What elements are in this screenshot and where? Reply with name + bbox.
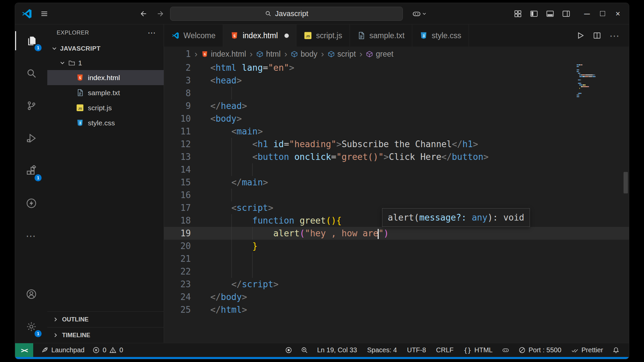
breadcrumb-html[interactable]: html [256,50,280,59]
activity-source-control[interactable] [15,89,47,122]
code-line-12[interactable]: 12 <h1 id="heading">Subscribe the Channe… [164,138,629,150]
activity-account[interactable] [15,278,47,310]
code-editor[interactable]: 2<html lang="en">3<head>89</head>10<body… [164,61,629,343]
code-line-15[interactable]: 15 </main> [164,176,629,189]
code-line-16[interactable]: 16 [164,189,629,201]
formatter-status[interactable]: Prettier [571,346,604,354]
explorer-actions-icon[interactable]: ⋯ [148,28,156,38]
title-bar: Javascript ─ × [15,3,629,24]
live-server-port[interactable]: Port : 5500 [518,346,562,354]
remote-indicator[interactable]: >< [15,343,33,357]
indentation-selector[interactable]: Spaces: 4 [366,346,397,354]
code-line-25[interactable]: 25</html> [164,303,629,316]
window-bottom-accent [15,357,629,359]
vscode-logo-icon [21,8,33,19]
tab-index.html[interactable]: 5index.html [223,24,297,47]
breadcrumb-index.html[interactable]: 5index.html [201,50,246,59]
zoom-in-icon[interactable] [301,347,308,354]
breadcrumb-script[interactable]: script [328,50,356,59]
folder-row[interactable]: 1 [47,56,164,70]
parameter-hint: alert(message?: any): void [382,208,530,227]
tab-bar: Welcome5index.htmlJSscript.jssample.txt3… [164,24,629,47]
code-line-8[interactable]: 8 [164,87,629,100]
error-icon [93,347,100,354]
bell-icon[interactable] [612,347,620,354]
tab-label: sample.txt [369,31,405,40]
more-actions-icon[interactable]: ⋯ [609,30,620,42]
editor-scrollbar[interactable] [623,61,629,343]
menu-icon[interactable] [40,9,49,18]
breadcrumb-label: body [301,50,317,59]
breadcrumb-body[interactable]: body [291,50,317,59]
activity-run-debug[interactable] [15,122,47,155]
tab-Welcome[interactable]: Welcome [164,24,223,47]
symbol-blue-icon [328,51,335,58]
timeline-section[interactable]: TIMELINE [47,327,164,343]
toggle-primary-sidebar-icon[interactable] [530,9,538,18]
customize-layout-icon[interactable] [514,9,522,18]
split-editor-icon[interactable] [593,31,601,40]
minimize-button[interactable]: ─ [579,6,595,21]
launchpad-button[interactable]: Launchpad [41,343,85,357]
activity-explorer[interactable]: 1 [15,24,47,57]
language-mode-selector[interactable]: {} HTML [463,346,493,354]
activity-thunder-client[interactable] [15,187,47,220]
file-list: 5index.htmlsample.txtJSscript.js3style.c… [47,70,164,130]
code-line-13[interactable]: 13 <button onclick="greet()">Click Here<… [164,150,629,163]
breadcrumb-separator: › [360,49,363,59]
activity-more[interactable]: ⋯ [15,220,47,252]
forward-icon[interactable] [156,9,165,18]
tab-style.css[interactable]: 3style.css [412,24,469,47]
code-line-23[interactable]: 23 </script> [164,278,629,291]
css-icon: 3 [76,119,84,127]
line-number: 2 [164,61,191,74]
minimap[interactable] [577,64,620,98]
back-icon[interactable] [139,9,148,18]
tab-sample.txt[interactable]: sample.txt [350,24,412,47]
breadcrumb-greet[interactable]: greet [366,50,393,59]
run-icon[interactable] [576,31,585,40]
code-line-2[interactable]: 2<html lang="en"> [164,61,629,74]
outline-section[interactable]: OUTLINE [47,311,164,327]
cursor-position[interactable]: Ln 19, Col 33 [317,346,358,354]
code-line-11[interactable]: 11 <main> [164,125,629,138]
file-index.html[interactable]: 5index.html [47,70,164,85]
code-line-22[interactable]: 22 [164,265,629,278]
code-line-21[interactable]: 21 [164,252,629,265]
toggle-panel-icon[interactable] [546,9,554,18]
target-icon[interactable] [285,347,292,354]
maximize-button[interactable] [595,6,610,21]
eol-selector[interactable]: CRLF [435,346,454,354]
chevron-right-icon [53,316,59,322]
problems-indicator[interactable]: 0 0 [93,343,123,357]
code-line-14[interactable]: 14 [164,163,629,176]
line-content [210,252,629,265]
txt-icon [357,32,365,40]
file-style.css[interactable]: 3style.css [47,115,164,130]
copilot-status-icon[interactable] [502,347,509,354]
breadcrumb-separator: › [250,49,253,59]
activity-extensions[interactable]: 1 [15,155,47,187]
activity-search[interactable] [15,57,47,89]
toggle-secondary-sidebar-icon[interactable] [562,9,571,18]
file-script.js[interactable]: JSscript.js [47,100,164,115]
warning-count: 0 [119,346,123,354]
workspace-row[interactable]: JAVASCRIPT [47,41,164,56]
code-line-3[interactable]: 3<head> [164,74,629,87]
code-line-19[interactable]: 19 alert("hey , how are") [164,227,629,240]
code-line-20[interactable]: 20 } [164,240,629,252]
activity-settings[interactable]: 1 [15,310,47,343]
extensions-badge: 1 [35,174,42,181]
vscode-icon [171,32,179,40]
code-line-9[interactable]: 9</head> [164,100,629,112]
file-sample.txt[interactable]: sample.txt [47,85,164,100]
code-line-24[interactable]: 24</body> [164,291,629,303]
scrollbar-thumb[interactable] [624,172,628,193]
tab-script.js[interactable]: JSscript.js [297,24,350,47]
copilot-menu[interactable] [412,9,427,18]
code-line-10[interactable]: 10<body> [164,112,629,125]
encoding-selector[interactable]: UTF-8 [406,346,427,354]
command-center-search[interactable]: Javascript [170,7,403,21]
close-button[interactable]: × [610,6,626,21]
remote-icon: >< [21,347,28,354]
